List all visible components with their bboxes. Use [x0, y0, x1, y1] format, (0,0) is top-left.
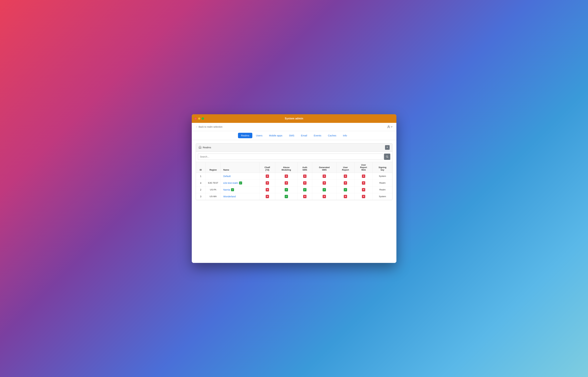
tab-events[interactable]: Events [311, 133, 324, 138]
subheader: ← Back to realm selection [192, 123, 396, 131]
minimize-button[interactable] [198, 118, 200, 120]
cell-abuse-modeling: ✕ [275, 179, 297, 186]
tab-caches[interactable]: Caches [325, 133, 339, 138]
tab-users[interactable]: Users [253, 133, 265, 138]
cell-signing-key: System [373, 193, 392, 200]
add-realm-button[interactable]: + [385, 145, 390, 150]
tab-realms[interactable]: Realms [238, 133, 252, 138]
status-x: ✕ [362, 181, 365, 185]
table-row: 3 US-WA Wonderland ✕ ✓ ✕ ✕ ✕ ✕ System [196, 193, 392, 200]
cell-region [206, 173, 221, 179]
table-header-row: ID Region Name Chaff(7d) AbuseModeling A… [196, 162, 392, 173]
status-x: ✕ [362, 175, 365, 178]
cell-name: Narnia✓ [221, 186, 260, 193]
cell-generated-sms: ✓ [312, 186, 337, 193]
status-x: ✕ [266, 181, 269, 185]
cell-chaff: ✕ [260, 179, 275, 186]
col-header-user-report: UserReport [336, 162, 354, 173]
realm-name-link[interactable]: Narnia [223, 188, 230, 191]
col-header-signing-key: Signingkey [373, 162, 392, 173]
window-title: System admin [285, 117, 303, 120]
col-header-user-report-web: UserReportWeb [354, 162, 373, 173]
col-header-id: ID [196, 162, 206, 173]
cell-signing-key: Realm [373, 179, 392, 186]
realm-name-link[interactable]: Default [223, 175, 231, 177]
status-check: ✓ [285, 195, 288, 198]
cell-name: e2e-test-realm✓ [221, 179, 260, 186]
status-x: ✕ [303, 181, 306, 185]
tab-info[interactable]: Info [340, 133, 350, 138]
tab-mobile-apps[interactable]: Mobile apps [266, 133, 285, 138]
realm-name-link[interactable]: Wonderland [223, 195, 236, 198]
status-x: ✕ [362, 188, 365, 191]
panel-title: Realms [203, 146, 211, 149]
cell-chaff: ✕ [260, 173, 275, 179]
col-header-chaff: Chaff(7d) [260, 162, 275, 173]
cell-abuse-modeling: ✓ [275, 186, 297, 193]
search-icon [386, 155, 388, 158]
search-input[interactable] [198, 153, 383, 160]
cell-user-report: ✕ [336, 179, 354, 186]
status-x: ✕ [266, 195, 269, 198]
status-check: ✓ [344, 188, 347, 191]
plus-icon: + [386, 146, 388, 149]
cell-id: 1 [196, 173, 206, 179]
cell-user-report: ✕ [336, 193, 354, 200]
cell-id: 3 [196, 193, 206, 200]
status-x: ✕ [344, 175, 347, 178]
realms-panel: Realms + [196, 143, 392, 200]
search-row [196, 152, 392, 162]
tab-email[interactable]: Email [298, 133, 310, 138]
main-content: Realms + [192, 140, 396, 263]
cell-id: 4 [196, 179, 206, 186]
maximize-button[interactable] [202, 118, 204, 120]
cell-signing-key: System [373, 173, 392, 179]
cell-region: US-WA [206, 193, 221, 200]
status-x: ✕ [362, 195, 365, 198]
status-x: ✕ [285, 181, 288, 185]
cell-name: Default [221, 173, 260, 179]
cell-auth-sms: ✕ [297, 179, 312, 186]
back-to-realm-link[interactable]: ← Back to realm selection [196, 126, 223, 128]
cell-auth-sms: ✕ [297, 193, 312, 200]
cell-user-report-web: ✕ [354, 186, 373, 193]
person-icon [387, 125, 390, 128]
status-x: ✕ [323, 181, 326, 185]
panel-header: Realms + [196, 143, 392, 152]
cell-user-report-web: ✕ [354, 173, 373, 179]
col-header-auth-sms: AuthSMS [297, 162, 312, 173]
table-row: 4 E2E-TEST e2e-test-realm✓ ✕ ✕ ✕ ✕ ✕ ✕ R… [196, 179, 392, 186]
table-row: 2 US-PA Narnia✓ ✕ ✓ ✓ ✓ ✓ ✕ Realm [196, 186, 392, 193]
status-x: ✕ [266, 175, 269, 178]
cell-generated-sms: ✕ [312, 193, 337, 200]
user-menu-button[interactable] [387, 125, 392, 128]
app-window: System admin ← Back to realm selection R… [192, 114, 396, 263]
status-check: ✓ [303, 188, 306, 191]
col-header-abuse-modeling: AbuseModeling [275, 162, 297, 173]
realm-name-link[interactable]: e2e-test-realm [223, 182, 238, 184]
traffic-lights [194, 118, 204, 120]
search-button[interactable] [384, 153, 390, 160]
col-header-name: Name [221, 162, 260, 173]
nav-tabs: Realms Users Mobile apps SMS Email Event… [192, 131, 396, 140]
cell-auth-sms: ✓ [297, 186, 312, 193]
cell-region: E2E-TEST [206, 179, 221, 186]
name-check-badge: ✓ [231, 188, 234, 191]
chevron-down-icon [391, 126, 392, 127]
cell-signing-key: Realm [373, 186, 392, 193]
close-button[interactable] [194, 118, 197, 120]
status-x: ✕ [266, 188, 269, 191]
tab-sms[interactable]: SMS [286, 133, 297, 138]
status-x: ✕ [303, 175, 306, 178]
status-x: ✕ [344, 181, 347, 185]
cell-chaff: ✕ [260, 193, 275, 200]
col-header-generated-sms: GeneratedSMS [312, 162, 337, 173]
cell-chaff: ✕ [260, 186, 275, 193]
cell-name: Wonderland [221, 193, 260, 200]
status-x: ✕ [344, 195, 347, 198]
cell-abuse-modeling: ✕ [275, 173, 297, 179]
cell-user-report-web: ✕ [354, 193, 373, 200]
cell-id: 2 [196, 186, 206, 193]
col-header-region: Region [206, 162, 221, 173]
svg-point-0 [388, 126, 389, 127]
